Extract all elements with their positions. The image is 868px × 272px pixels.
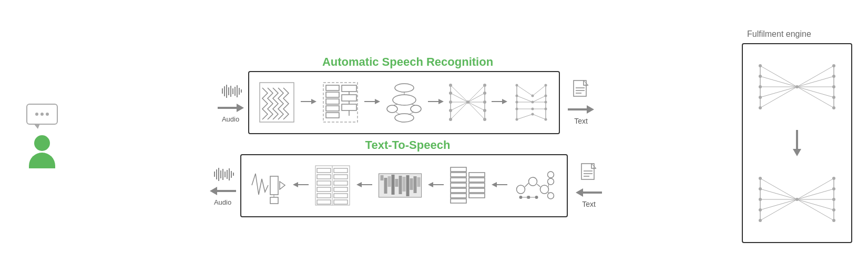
svg-marker-128 (356, 182, 362, 187)
tts-text-input: Text (572, 163, 606, 208)
svg-point-196 (795, 85, 799, 88)
phoneme-encoder-icon (448, 163, 487, 208)
svg-rect-148 (451, 194, 466, 198)
svg-point-56 (449, 118, 452, 121)
svg-rect-107 (270, 176, 278, 195)
pipeline-to-text-arrow (568, 105, 594, 114)
svg-rect-140 (417, 177, 420, 187)
svg-line-204 (760, 189, 797, 199)
tts-text-label: Text (582, 200, 596, 208)
speech-bubble-dot (35, 113, 38, 116)
pipeline-arrow-2 (364, 97, 380, 108)
svg-point-82 (531, 95, 534, 97)
audio-waveform-icon (218, 82, 244, 100)
svg-point-85 (531, 113, 534, 116)
svg-point-86 (544, 84, 547, 87)
svg-point-80 (515, 108, 518, 110)
fulfilment-section: Fulfilment engine (742, 29, 857, 243)
tts-text-arrow (576, 188, 602, 197)
tts-title: Text-To-Speech (365, 138, 451, 152)
svg-line-208 (797, 178, 834, 199)
svg-point-159 (540, 185, 548, 194)
language-model-icon (512, 80, 551, 125)
svg-point-162 (547, 193, 554, 199)
svg-line-75 (533, 114, 546, 119)
svg-rect-121 (334, 168, 348, 173)
user-avatar (29, 135, 55, 168)
svg-rect-126 (334, 200, 348, 204)
middle-section: Automatic Speech Recognition (74, 55, 742, 217)
svg-marker-156 (492, 182, 497, 187)
fulfilment-down-arrow (792, 130, 802, 156)
svg-line-180 (760, 66, 797, 87)
svg-rect-17 (326, 99, 339, 104)
svg-rect-138 (410, 178, 413, 190)
svg-point-54 (449, 100, 452, 104)
asr-pipeline-box (248, 71, 560, 134)
tts-section: Text-To-Speech (79, 138, 737, 217)
tts-audio-output: Audio (210, 165, 236, 206)
speech-bubble-dot (40, 113, 44, 116)
svg-point-31 (411, 105, 421, 113)
fulfilment-nn-bottom-icon (755, 173, 839, 226)
svg-rect-120 (317, 200, 331, 204)
svg-rect-134 (395, 179, 398, 187)
svg-point-195 (759, 106, 762, 109)
svg-rect-20 (342, 85, 356, 92)
avatar-body (29, 153, 55, 168)
svg-line-207 (760, 199, 797, 220)
svg-line-186 (797, 76, 834, 87)
svg-rect-151 (469, 178, 485, 182)
svg-point-29 (393, 95, 416, 105)
svg-rect-147 (451, 188, 466, 193)
svg-rect-133 (391, 175, 394, 195)
svg-point-79 (515, 101, 518, 104)
svg-rect-117 (317, 181, 331, 185)
svg-point-216 (759, 198, 762, 201)
svg-point-168 (519, 196, 522, 199)
svg-rect-22 (342, 104, 356, 110)
feature-extraction-icon (321, 80, 360, 125)
svg-point-32 (395, 114, 414, 122)
svg-point-222 (832, 198, 835, 201)
svg-point-198 (832, 75, 835, 78)
svg-rect-154 (469, 194, 485, 198)
svg-point-87 (544, 95, 547, 97)
svg-point-217 (759, 208, 762, 211)
svg-point-215 (759, 187, 762, 190)
tts-arrow-2 (356, 180, 372, 192)
svg-point-28 (395, 84, 414, 92)
svg-point-62 (483, 118, 486, 121)
vocoder-icon (249, 163, 289, 208)
svg-rect-136 (402, 177, 405, 192)
svg-rect-144 (451, 173, 466, 177)
svg-rect-130 (380, 175, 383, 180)
svg-marker-27 (375, 99, 380, 104)
svg-marker-39 (438, 99, 444, 104)
svg-rect-174 (581, 164, 594, 179)
asr-section: Automatic Speech Recognition (79, 55, 737, 134)
svg-point-78 (515, 95, 518, 97)
asr-text-label: Text (574, 117, 588, 125)
svg-line-50 (468, 102, 485, 110)
svg-point-61 (483, 109, 486, 112)
svg-line-185 (797, 66, 834, 87)
svg-rect-131 (384, 178, 387, 194)
svg-point-194 (759, 96, 762, 99)
svg-point-157 (516, 185, 525, 194)
svg-line-209 (797, 189, 834, 199)
svg-point-220 (832, 177, 835, 180)
svg-line-189 (797, 87, 834, 108)
svg-point-88 (544, 101, 547, 104)
svg-line-163 (525, 183, 528, 187)
svg-line-35 (412, 104, 415, 105)
svg-line-44 (451, 102, 468, 110)
svg-point-52 (449, 84, 452, 87)
signal-processing-icon (257, 80, 297, 125)
tts-arrow-4 (492, 180, 507, 192)
svg-rect-118 (317, 187, 331, 192)
svg-line-212 (797, 199, 834, 220)
svg-point-89 (544, 108, 547, 110)
svg-line-211 (797, 199, 834, 210)
speech-bubble-dots (35, 113, 49, 116)
